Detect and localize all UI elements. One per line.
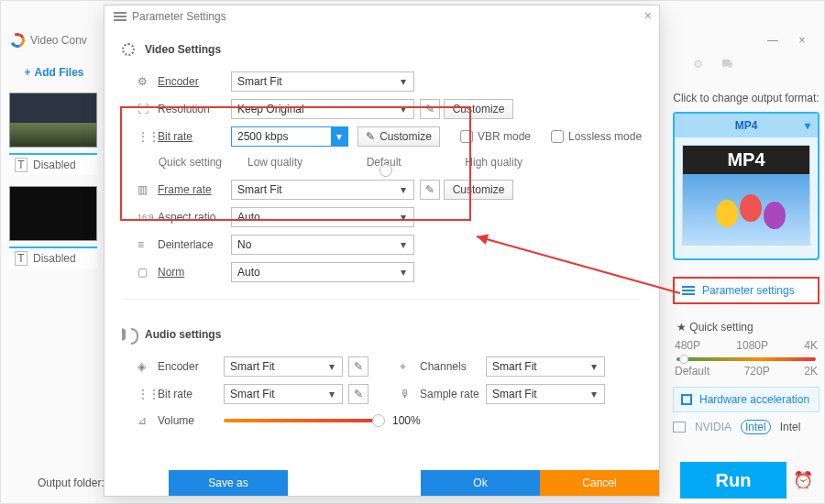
app-logo-icon xyxy=(10,33,25,48)
framerate-icon: ▥ xyxy=(138,183,158,196)
volume-slider[interactable] xyxy=(224,419,380,422)
change-format-label: Click to change output format: xyxy=(673,92,820,104)
edit-icon[interactable]: ✎ xyxy=(348,384,368,404)
framerate-select[interactable]: Smart Fit▾ xyxy=(231,180,414,200)
toolbar-icons-right: ⚙ ⛟ xyxy=(693,58,732,71)
norm-icon: ▢ xyxy=(138,266,158,279)
add-files-button[interactable]: +Add Files xyxy=(6,58,102,87)
app-title: Video Conv xyxy=(30,34,87,47)
cancel-button[interactable]: Cancel xyxy=(540,470,659,496)
plus-icon: + xyxy=(24,66,30,79)
video-settings-header: Video Settings xyxy=(104,27,659,68)
subtitle-disabled-1[interactable]: TDisabled xyxy=(9,153,97,175)
norm-select[interactable]: Auto▾ xyxy=(231,262,414,282)
deinterlace-select[interactable]: No▾ xyxy=(231,235,414,255)
samplerate-select[interactable]: Smart Fit▾ xyxy=(486,384,605,404)
framerate-label: Frame rate xyxy=(158,183,231,196)
chevron-down-icon: ▾ xyxy=(397,266,410,279)
chevron-down-icon: ▾ xyxy=(805,119,810,132)
slider-thumb[interactable] xyxy=(372,414,385,427)
encoder-icon: ⚙ xyxy=(138,75,158,88)
chevron-down-icon: ▾ xyxy=(331,127,347,146)
encoder-select[interactable]: Smart Fit▾ xyxy=(231,71,414,92)
video-thumbnail-1[interactable] xyxy=(9,93,97,148)
format-header[interactable]: MP4▾ xyxy=(675,114,818,137)
chip-icon xyxy=(681,394,692,405)
audio-bitrate-icon: ⋮⋮ xyxy=(138,388,158,400)
video-thumbnail-2[interactable] xyxy=(9,186,97,241)
dialog-button-bar: Save as Ok Cancel xyxy=(104,470,659,496)
left-panel: +Add Files TDisabled TDisabled xyxy=(6,58,102,279)
volume-label: Volume xyxy=(158,414,224,427)
bitrate-select[interactable]: 2500 kbps▾ xyxy=(231,126,348,147)
lossless-mode-checkbox[interactable]: Lossless mode xyxy=(551,130,642,143)
output-format-card[interactable]: MP4▾ MP4 xyxy=(673,112,820,260)
resolution-icon: ⛶ xyxy=(138,103,158,115)
text-icon: T xyxy=(15,251,28,266)
format-badge: MP4 xyxy=(683,146,809,174)
subtitle-disabled-2[interactable]: TDisabled xyxy=(9,247,97,268)
close-button[interactable]: × xyxy=(787,27,817,54)
resolution-customize-button[interactable]: Customize xyxy=(444,99,513,119)
slider-thumb[interactable] xyxy=(679,355,688,364)
aspect-icon: 16:9 xyxy=(138,213,158,222)
aspect-select[interactable]: Auto▾ xyxy=(231,207,414,227)
chevron-down-icon: ▾ xyxy=(397,211,410,224)
audio-encoder-select[interactable]: Smart Fit▾ xyxy=(224,356,343,377)
resolution-label: Resolution xyxy=(158,103,231,115)
sliders-icon xyxy=(114,12,126,21)
parameter-settings-button[interactable]: Parameter settings xyxy=(673,277,820,304)
audio-encoder-label: Encoder xyxy=(158,360,224,373)
intel-badge: Intel xyxy=(741,420,771,434)
chevron-down-icon: ▾ xyxy=(397,183,410,196)
vendor-badges: NVIDIAIntelIntel xyxy=(673,420,820,434)
deinterlace-icon: ≡ xyxy=(138,238,158,251)
hardware-accel-toggle[interactable]: Hardware acceleration xyxy=(673,387,820,412)
audio-bitrate-label: Bit rate xyxy=(158,388,224,400)
alarm-icon[interactable]: ⏰ xyxy=(786,462,820,499)
text-icon: T xyxy=(15,158,28,172)
channels-select[interactable]: Smart Fit▾ xyxy=(486,356,605,377)
cart-icon[interactable]: ⛟ xyxy=(721,58,732,71)
nvidia-icon xyxy=(673,422,686,433)
chevron-down-icon: ▾ xyxy=(397,75,410,88)
bitrate-customize-button[interactable]: ✎Customize xyxy=(358,126,440,147)
samplerate-label: Sample rate xyxy=(420,388,486,400)
quick-setting-slider[interactable] xyxy=(676,357,816,361)
chevron-down-icon: ▾ xyxy=(397,238,410,251)
dialog-title: Parameter Settings × xyxy=(104,5,659,27)
resolution-edit-icon[interactable]: ✎ xyxy=(420,99,440,119)
slider-thumb[interactable] xyxy=(380,164,392,177)
parameter-settings-dialog: Parameter Settings × Video Settings ⚙ En… xyxy=(104,5,660,497)
right-panel: Click to change output format: MP4▾ MP4 … xyxy=(673,92,820,434)
vbr-mode-checkbox[interactable]: VBR mode xyxy=(460,130,531,143)
channels-icon: ⌖ xyxy=(400,360,420,373)
audio-settings-header: Audio settings xyxy=(104,312,659,353)
sliders-icon xyxy=(682,286,695,295)
samplerate-icon: 🎙 xyxy=(400,388,420,400)
deinterlace-label: Deinterlace xyxy=(158,238,231,251)
gift-icon[interactable]: ⚙ xyxy=(693,58,703,71)
speaker-icon xyxy=(122,328,135,341)
run-button[interactable]: Run xyxy=(680,462,786,499)
minimize-button[interactable]: — xyxy=(758,27,787,54)
save-as-button[interactable]: Save as xyxy=(169,470,288,496)
framerate-customize-button[interactable]: Customize xyxy=(444,180,513,200)
volume-icon: ⊿ xyxy=(138,414,158,427)
dialog-close-button[interactable]: × xyxy=(644,8,652,23)
quick-quality-slider: Quick setting Low qualityDefaultHigh qua… xyxy=(104,150,659,176)
audio-bitrate-select[interactable]: Smart Fit▾ xyxy=(224,384,343,404)
resolution-select[interactable]: Keep Original▾ xyxy=(231,99,414,119)
volume-value: 100% xyxy=(392,414,421,427)
aspect-label: Aspect ratio xyxy=(158,211,231,224)
encoder-label: Encoder xyxy=(158,75,231,88)
gear-icon xyxy=(122,43,135,56)
framerate-edit-icon[interactable]: ✎ xyxy=(420,180,440,200)
divider xyxy=(123,299,641,300)
edit-icon[interactable]: ✎ xyxy=(348,356,368,377)
channels-label: Channels xyxy=(420,360,486,373)
audio-encoder-icon: ◈ xyxy=(138,360,158,373)
chevron-down-icon: ▾ xyxy=(397,103,410,115)
ok-button[interactable]: Ok xyxy=(421,470,540,496)
pencil-icon: ✎ xyxy=(366,130,375,143)
